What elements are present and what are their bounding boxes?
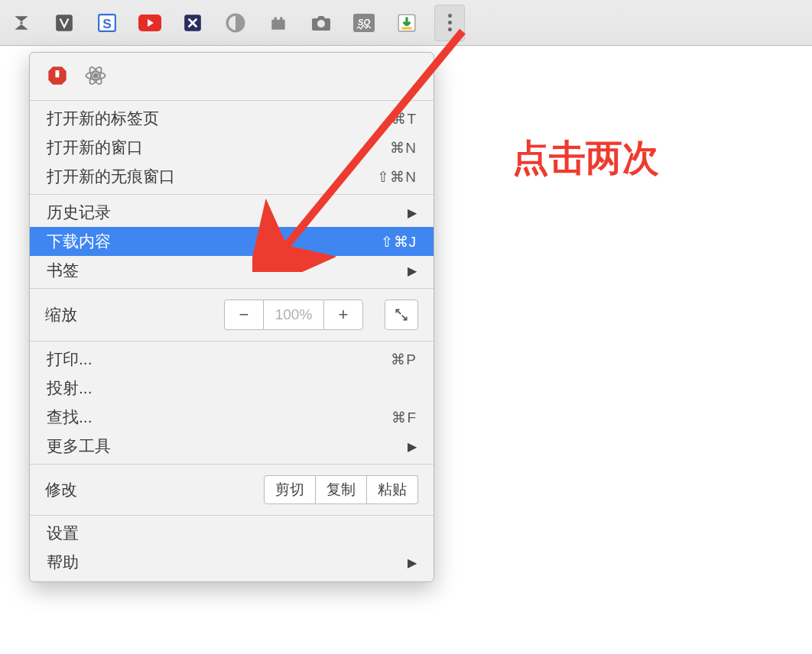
menu-downloads[interactable]: 下载内容 ⇧⌘J bbox=[30, 227, 434, 256]
chevron-right-icon: ▶ bbox=[408, 264, 417, 278]
menu-label: 书签 bbox=[47, 260, 79, 281]
browser-menu-dropdown: 打开新的标签页 ⌘T 打开新的窗口 ⌘N 打开新的无痕窗口 ⇧⌘N 历史记录 ▶… bbox=[29, 52, 434, 582]
menu-label: 更多工具 bbox=[47, 435, 111, 457]
menu-shortcut: ⌘N bbox=[390, 139, 417, 157]
menu-new-tab[interactable]: 打开新的标签页 ⌘T bbox=[30, 104, 434, 133]
zoom-label: 缩放 bbox=[45, 304, 77, 325]
menu-label: 查找... bbox=[47, 406, 93, 428]
menu-new-window[interactable]: 打开新的窗口 ⌘N bbox=[30, 133, 434, 162]
ext-zumo-icon[interactable] bbox=[9, 11, 34, 35]
ext-s-icon[interactable]: S bbox=[95, 11, 119, 35]
react-devtools-icon[interactable] bbox=[83, 63, 108, 88]
edit-label: 修改 bbox=[45, 479, 77, 500]
menu-label: 下载内容 bbox=[47, 231, 111, 252]
menu-label: 投射... bbox=[47, 377, 93, 399]
zoom-in-button[interactable]: + bbox=[323, 299, 363, 330]
menu-label: 设置 bbox=[47, 523, 79, 544]
svg-text:SQ: SQ bbox=[358, 18, 370, 27]
svg-point-12 bbox=[94, 74, 98, 78]
menu-label: 帮助 bbox=[47, 552, 79, 573]
zoom-value: 100% bbox=[264, 299, 323, 330]
chevron-right-icon: ▶ bbox=[408, 555, 417, 570]
ext-download-icon[interactable] bbox=[395, 11, 419, 35]
cut-button[interactable]: 剪切 bbox=[264, 475, 316, 504]
menu-bookmarks[interactable]: 书签 ▶ bbox=[30, 256, 434, 285]
menu-shortcut: ⌘T bbox=[391, 110, 417, 128]
ext-simplenote-icon[interactable] bbox=[223, 11, 248, 35]
ext-vimium-icon[interactable] bbox=[52, 11, 76, 35]
menu-print[interactable]: 打印... ⌘P bbox=[30, 345, 434, 374]
ext-camera-icon[interactable] bbox=[309, 11, 333, 35]
menu-zoom-row: 缩放 − 100% + bbox=[30, 292, 434, 338]
menu-shortcut: ⌘F bbox=[391, 409, 417, 426]
menu-find[interactable]: 查找... ⌘F bbox=[30, 403, 434, 432]
zoom-out-button[interactable]: − bbox=[224, 299, 264, 330]
annotation-text: 点击两次 bbox=[512, 134, 659, 183]
menu-settings[interactable]: 设置 bbox=[30, 519, 434, 548]
menu-shortcut: ⇧⌘J bbox=[381, 233, 417, 251]
chevron-right-icon: ▶ bbox=[408, 439, 417, 454]
ext-x-icon[interactable] bbox=[180, 11, 205, 35]
menu-shortcut: ⇧⌘N bbox=[377, 168, 417, 186]
menu-label: 历史记录 bbox=[47, 202, 111, 223]
menu-incognito[interactable]: 打开新的无痕窗口 ⇧⌘N bbox=[30, 162, 434, 191]
ext-sq-icon[interactable]: SQ bbox=[352, 11, 376, 35]
menu-label: 打开新的无痕窗口 bbox=[47, 166, 175, 187]
menu-edit-row: 修改 剪切 复制 粘贴 bbox=[30, 468, 434, 512]
menu-label: 打印... bbox=[47, 348, 93, 370]
menu-help[interactable]: 帮助 ▶ bbox=[30, 548, 434, 577]
menu-label: 打开新的标签页 bbox=[47, 108, 159, 129]
fullscreen-button[interactable] bbox=[385, 299, 418, 330]
svg-point-6 bbox=[317, 20, 325, 28]
menu-cast[interactable]: 投射... bbox=[30, 374, 434, 403]
menu-shortcut: ⌘P bbox=[391, 351, 417, 368]
menu-label: 打开新的窗口 bbox=[47, 137, 143, 158]
paste-button[interactable]: 粘贴 bbox=[367, 475, 418, 504]
kebab-menu-button[interactable] bbox=[434, 5, 465, 41]
ext-youtube-icon[interactable] bbox=[138, 11, 162, 35]
adblock-icon[interactable] bbox=[45, 63, 70, 88]
ext-castle-icon[interactable] bbox=[266, 11, 291, 35]
copy-button[interactable]: 复制 bbox=[316, 475, 367, 504]
menu-more-tools[interactable]: 更多工具 ▶ bbox=[30, 432, 434, 461]
chevron-right-icon: ▶ bbox=[408, 206, 417, 220]
menu-history[interactable]: 历史记录 ▶ bbox=[30, 198, 434, 227]
browser-toolbar: S SQ bbox=[0, 0, 812, 46]
svg-text:S: S bbox=[102, 15, 112, 31]
zoom-controls: − 100% + bbox=[224, 299, 363, 330]
svg-rect-10 bbox=[402, 27, 412, 29]
